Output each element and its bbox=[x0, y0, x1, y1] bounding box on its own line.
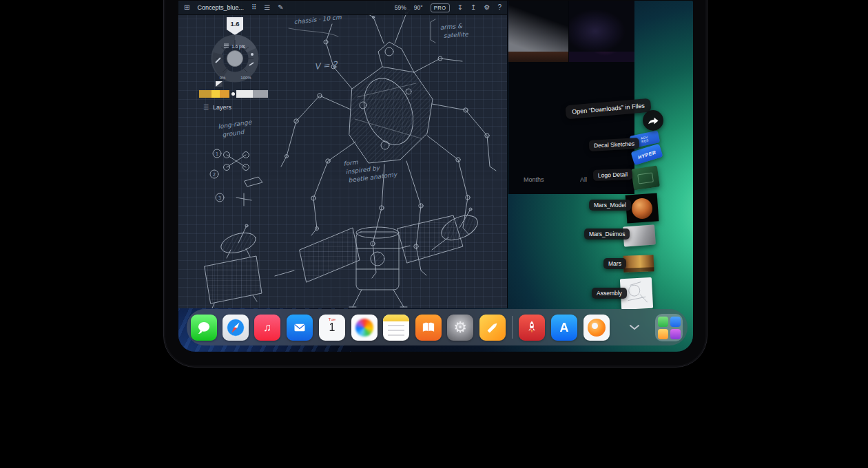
layers-label: Layers bbox=[213, 104, 231, 111]
brush-size-value: 1.6 bbox=[230, 20, 239, 28]
messages-bubble-icon bbox=[195, 319, 213, 337]
menu-icon[interactable]: ☰ bbox=[264, 4, 270, 11]
swatch-selector-dot[interactable] bbox=[231, 92, 235, 96]
notes-line bbox=[388, 330, 404, 331]
color-swatch-bar[interactable] bbox=[199, 90, 268, 98]
rotation-angle[interactable]: 90° bbox=[414, 4, 423, 11]
pencil-icon bbox=[482, 317, 503, 338]
orange-disc-icon bbox=[588, 319, 606, 337]
mars-sphere bbox=[631, 197, 653, 219]
swatch-white[interactable] bbox=[236, 90, 253, 98]
app-icon-calendar[interactable]: Tue 1 bbox=[319, 315, 345, 341]
drag-item-label[interactable]: Mars_Model bbox=[589, 200, 631, 211]
app-icon-sketch[interactable] bbox=[479, 315, 506, 341]
help-icon[interactable]: ? bbox=[497, 4, 502, 11]
safari-compass-icon bbox=[225, 317, 246, 338]
opacity-max-label: 100% bbox=[240, 76, 251, 80]
sticker-text-res: RES bbox=[641, 138, 649, 143]
rocket-icon bbox=[522, 318, 541, 337]
layers-menu-icon: ☰ bbox=[203, 105, 209, 111]
chevron-down-icon bbox=[629, 324, 640, 330]
mini-app-icon-green bbox=[658, 317, 668, 327]
annotation-number-2: 2 bbox=[213, 172, 216, 178]
mini-app-icon-purple bbox=[670, 329, 681, 339]
swatch-orange[interactable] bbox=[220, 90, 229, 98]
photos-app-panel[interactable]: Months All bbox=[508, 1, 634, 194]
app-icon-app-store[interactable]: A bbox=[551, 315, 577, 341]
app-icon-music[interactable]: ♫ bbox=[254, 315, 280, 341]
app-icon-books[interactable] bbox=[415, 315, 442, 341]
app-icon-safari[interactable] bbox=[223, 315, 249, 341]
photos-flower-icon bbox=[355, 319, 373, 337]
drag-item-label[interactable]: Assembly bbox=[592, 288, 627, 299]
annotation-number-3: 3 bbox=[218, 195, 221, 201]
app-icon-orange-circle[interactable] bbox=[583, 315, 610, 341]
notes-line bbox=[388, 334, 404, 336]
annotation-arms-2: satellite bbox=[443, 30, 469, 39]
opacity-min-label: 0% bbox=[220, 76, 226, 80]
share-forward-badge bbox=[643, 110, 663, 131]
photos-dim-overlay bbox=[508, 1, 634, 194]
drag-thumbnail-decal-stickers[interactable]: ADV RES HYPER bbox=[628, 130, 668, 169]
pen-mode-icon[interactable]: ✎ bbox=[278, 4, 283, 11]
annotation-arms-1: arms & bbox=[440, 23, 463, 31]
annotation-number-1: 1 bbox=[216, 151, 218, 157]
drag-thumbnail-logo-detail[interactable] bbox=[631, 166, 660, 191]
swatch-gray[interactable] bbox=[253, 90, 268, 98]
photos-scope-all[interactable]: All bbox=[580, 176, 587, 183]
dock: ♫ Tue 1 bbox=[187, 309, 688, 345]
app-store-letter: A bbox=[560, 321, 569, 335]
app-icon-notes[interactable] bbox=[383, 315, 409, 341]
mail-envelope-icon bbox=[291, 319, 308, 336]
import-icon[interactable]: ↧ bbox=[457, 4, 463, 11]
swatch-gap bbox=[229, 90, 236, 98]
photos-scope-months[interactable]: Months bbox=[524, 176, 544, 183]
export-icon[interactable]: ↥ bbox=[471, 4, 476, 11]
drag-item-label[interactable]: Mars_Deimos bbox=[584, 228, 630, 240]
swatch-mustard[interactable] bbox=[199, 90, 211, 98]
concepts-toolbar: ⊞ Concepts_blue... ⠿ ☰ ✎ 59% 90° PRO ↧ ↥… bbox=[178, 1, 507, 15]
mini-app-icon-yellow bbox=[658, 329, 668, 339]
concepts-app-canvas[interactable]: chassis · 10 cm arms & satellite V = 2 f… bbox=[178, 1, 508, 308]
app-icon-mail[interactable] bbox=[287, 315, 313, 341]
brush-tool-wheel[interactable]: 1.6 1.6 pts 0% 100% bbox=[206, 16, 264, 87]
settings-gear-icon[interactable]: ⚙ bbox=[484, 4, 490, 11]
annotation-dimension: chassis · 10 cm bbox=[293, 14, 342, 25]
toolbar-right-group: 59% 90° PRO ↧ ↥ ⚙ ? bbox=[395, 3, 502, 12]
forward-arrow-icon bbox=[647, 115, 659, 126]
sticker-text-hyper: HYPER bbox=[637, 149, 657, 160]
app-icon-photos[interactable] bbox=[351, 315, 378, 341]
document-title[interactable]: Concepts_blue... bbox=[197, 4, 244, 11]
dock-divider bbox=[512, 316, 513, 339]
open-book-icon bbox=[420, 319, 437, 337]
zoom-level[interactable]: 59% bbox=[395, 4, 406, 11]
calendar-day: 1 bbox=[329, 322, 335, 333]
settings-gear-glyph: ⚙ bbox=[453, 320, 467, 335]
snap-grid-icon[interactable]: ⠿ bbox=[251, 4, 256, 11]
brush-size-label: 1.6 pts bbox=[231, 44, 245, 50]
drag-thumbnail-mars[interactable] bbox=[623, 255, 654, 273]
app-icon-rocket[interactable] bbox=[519, 315, 545, 341]
annotation-inspiration-1: form bbox=[343, 158, 358, 167]
ipad-device: chassis · 10 cm arms & satellite V = 2 f… bbox=[163, 0, 707, 368]
dock-hide-chevron[interactable] bbox=[625, 319, 644, 334]
drag-item-label[interactable]: Logo Detail bbox=[593, 169, 633, 181]
app-library-button[interactable] bbox=[655, 314, 683, 341]
music-note-icon: ♫ bbox=[263, 321, 271, 334]
swatch-yellow[interactable] bbox=[211, 90, 220, 98]
orange-disc-highlight bbox=[592, 323, 598, 329]
notes-line bbox=[388, 325, 404, 326]
app-icon-settings[interactable]: ⚙ bbox=[447, 315, 473, 341]
toolbar-left-group: ⊞ Concepts_blue... ⠿ ☰ ✎ bbox=[184, 4, 284, 11]
notes-yellow-band bbox=[383, 315, 409, 321]
pro-badge[interactable]: PRO bbox=[431, 3, 450, 12]
annotation-range-2: ground bbox=[222, 128, 245, 138]
workspace-grid-icon[interactable]: ⊞ bbox=[184, 4, 189, 11]
annotation-version: V = 2 bbox=[314, 59, 339, 72]
app-icon-messages[interactable] bbox=[191, 315, 217, 341]
logo-sketch-marks bbox=[637, 172, 654, 184]
layers-button[interactable]: ☰ Layers bbox=[203, 104, 231, 111]
ipad-screen: chassis · 10 cm arms & satellite V = 2 f… bbox=[178, 1, 693, 352]
annotation-range-1: long-range bbox=[218, 118, 253, 130]
drag-item-label[interactable]: Mars bbox=[603, 258, 626, 269]
